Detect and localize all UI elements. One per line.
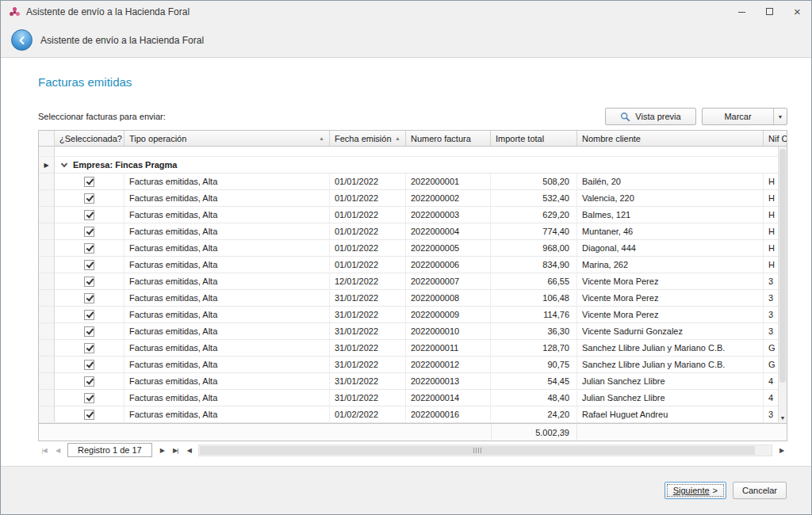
previous-record-button[interactable]: ◀ [52, 444, 63, 456]
row-checkbox[interactable] [84, 227, 94, 237]
column-header-nif-cliente[interactable]: Nif C [764, 131, 787, 146]
table-row[interactable]: Facturas emitidas, Alta 31/01/2022 20220… [39, 323, 778, 340]
cell-tipo-operacion: Facturas emitidas, Alta [124, 290, 330, 306]
row-checkbox[interactable] [84, 277, 94, 287]
cell-numero-factura: 2022000006 [406, 257, 491, 273]
cell-seleccionada[interactable] [55, 307, 124, 322]
last-record-button[interactable]: ▶| [170, 444, 182, 456]
wizard-header-title: Asistente de envío a la Hacienda Foral [40, 35, 204, 46]
group-expand-icon[interactable] [61, 160, 67, 166]
row-checkbox[interactable] [84, 410, 94, 420]
cell-seleccionada[interactable] [55, 390, 124, 406]
table-row[interactable]: Facturas emitidas, Alta 01/01/2022 20220… [39, 223, 778, 240]
table-row[interactable]: Facturas emitidas, Alta 31/01/2022 20220… [39, 307, 778, 323]
row-indicator-cell [39, 373, 55, 389]
vista-previa-button[interactable]: Vista previa [605, 108, 696, 125]
cell-seleccionada[interactable] [55, 340, 124, 356]
table-row[interactable]: Facturas emitidas, Alta 12/01/2022 20220… [39, 273, 778, 290]
cell-numero-factura: 2022000012 [406, 357, 491, 372]
column-header-fecha-emision[interactable]: Fecha emisión ▲ [330, 131, 406, 146]
cell-nombre-cliente: Julian Sanchez Llibre [577, 373, 764, 389]
row-checkbox[interactable] [84, 260, 94, 270]
row-checkbox[interactable] [84, 310, 94, 320]
row-checkbox[interactable] [84, 293, 94, 303]
vertical-scrollbar-thumb[interactable] [779, 149, 786, 383]
cell-tipo-operacion: Facturas emitidas, Alta [124, 307, 330, 322]
row-checkbox[interactable] [84, 343, 94, 353]
column-header-numero-factura[interactable]: Numero factura [406, 131, 491, 146]
table-row[interactable]: Facturas emitidas, Alta 01/01/2022 20220… [39, 190, 778, 207]
back-button[interactable] [11, 29, 33, 51]
row-checkbox[interactable] [84, 210, 94, 220]
cell-tipo-operacion: Facturas emitidas, Alta [124, 323, 330, 339]
table-row[interactable]: Facturas emitidas, Alta 01/01/2022 20220… [39, 240, 778, 257]
table-row[interactable]: Facturas emitidas, Alta 31/01/2022 20220… [39, 340, 778, 357]
cell-seleccionada[interactable] [55, 290, 124, 306]
table-row[interactable]: Facturas emitidas, Alta 31/01/2022 20220… [39, 390, 778, 406]
table-row[interactable]: Facturas emitidas, Alta 31/01/2022 20220… [39, 373, 778, 390]
cell-importe-total: 834,90 [491, 257, 577, 273]
row-checkbox[interactable] [84, 393, 94, 403]
cell-seleccionada[interactable] [55, 273, 124, 289]
column-header-importe-total[interactable]: Importe total [491, 131, 577, 146]
minimize-button[interactable] [728, 1, 756, 22]
cell-seleccionada[interactable] [55, 223, 124, 239]
cancelar-button[interactable]: Cancelar [733, 482, 787, 499]
row-checkbox[interactable] [84, 177, 94, 187]
cell-seleccionada[interactable] [55, 357, 124, 372]
marcar-dropdown-button[interactable]: ▼ [773, 109, 787, 124]
column-header-tipo-operacion[interactable]: Tipo operación ▲ [124, 131, 330, 146]
cell-nif-cliente: H [764, 240, 778, 256]
hscroll-right-button[interactable]: ▶ [776, 444, 787, 456]
horizontal-scrollbar[interactable] [198, 444, 772, 456]
cell-numero-factura: 2022000009 [406, 307, 491, 322]
cell-seleccionada[interactable] [55, 323, 124, 339]
cell-importe-total: 48,40 [491, 390, 577, 406]
column-header-nombre-cliente[interactable]: Nombre cliente [577, 131, 764, 146]
invoice-grid: ¿Seleccionada? Tipo operación ▲ Fecha em… [38, 130, 787, 441]
cell-seleccionada[interactable] [55, 240, 124, 256]
table-row[interactable]: Facturas emitidas, Alta 01/01/2022 20220… [39, 257, 778, 273]
cell-fecha-emision: 01/02/2022 [330, 406, 406, 422]
row-checkbox[interactable] [84, 360, 94, 370]
cell-nombre-cliente: Sanchez Llibre Julian y Mariano C.B. [577, 357, 764, 372]
row-checkbox[interactable] [84, 243, 94, 254]
wizard-window: Asistente de envío a la Hacienda Foral ×… [0, 0, 812, 515]
cell-nombre-cliente: Vicente Sadurni Gonzalez [577, 323, 764, 339]
cell-nif-cliente: 3 [764, 406, 778, 422]
sort-asc-icon: ▲ [316, 135, 324, 141]
first-record-button[interactable]: |◀ [38, 444, 50, 456]
cell-importe-total: 114,76 [491, 307, 577, 322]
titlebar[interactable]: Asistente de envío a la Hacienda Foral × [1, 1, 811, 23]
cell-seleccionada[interactable] [55, 190, 124, 206]
table-row[interactable]: Facturas emitidas, Alta 01/02/2022 20220… [39, 406, 778, 423]
table-row[interactable]: Facturas emitidas, Alta 01/01/2022 20220… [39, 174, 778, 190]
cell-numero-factura: 2022000016 [406, 406, 491, 422]
row-checkbox[interactable] [84, 193, 94, 204]
next-record-button[interactable]: ▶ [156, 444, 168, 456]
scroll-down-icon[interactable]: ▼ [779, 415, 787, 422]
siguiente-button[interactable]: Siguiente > [665, 482, 726, 499]
cell-seleccionada[interactable] [55, 174, 124, 189]
hscroll-left-button[interactable]: ◀ [183, 444, 195, 456]
cell-nombre-cliente: Muntaner, 46 [577, 223, 764, 239]
row-checkbox[interactable] [84, 376, 94, 387]
preview-magnifier-icon [620, 112, 630, 122]
table-row[interactable]: Facturas emitidas, Alta 01/01/2022 20220… [39, 207, 778, 223]
table-row[interactable]: Facturas emitidas, Alta 31/01/2022 20220… [39, 290, 778, 307]
cell-importe-total: 36,30 [491, 323, 577, 339]
group-row-empresa[interactable]: ▶ Empresa: Fincas Pragma [39, 157, 778, 174]
close-button[interactable]: × [783, 1, 811, 22]
cell-seleccionada[interactable] [55, 373, 124, 389]
cell-seleccionada[interactable] [55, 406, 124, 422]
row-checkbox[interactable] [84, 326, 94, 337]
current-row-indicator: ▶ [39, 157, 55, 173]
maximize-button[interactable] [756, 1, 783, 22]
cell-seleccionada[interactable] [55, 257, 124, 273]
horizontal-scrollbar-thumb[interactable] [200, 446, 756, 455]
vertical-scrollbar[interactable]: ▼ [778, 147, 787, 423]
cell-seleccionada[interactable] [55, 207, 124, 223]
column-header-seleccionada[interactable]: ¿Seleccionada? [55, 131, 124, 146]
marcar-button[interactable]: Marcar ▼ [702, 108, 787, 125]
table-row[interactable]: Facturas emitidas, Alta 31/01/2022 20220… [39, 357, 778, 373]
